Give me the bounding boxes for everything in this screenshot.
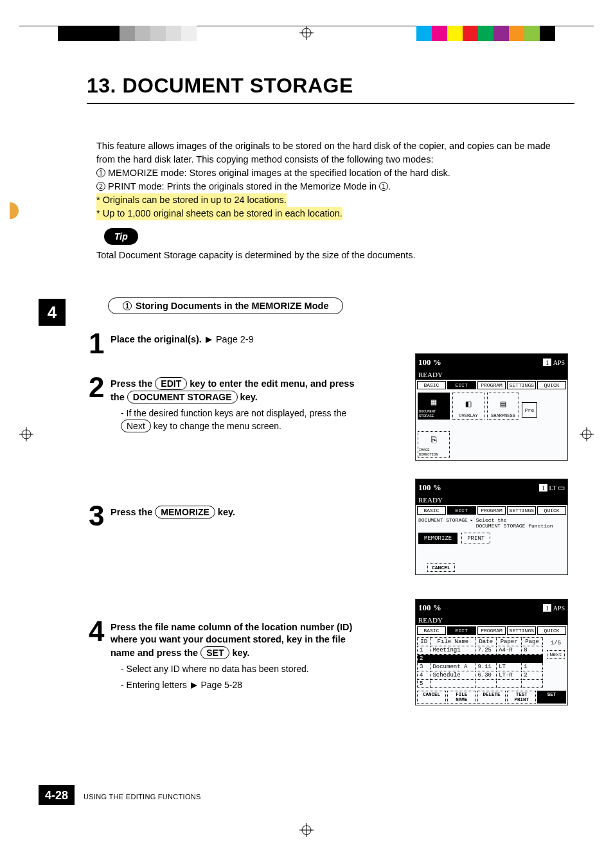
tab-edit[interactable]: EDIT (447, 381, 476, 389)
edit-key: EDIT (155, 377, 187, 390)
pre-button[interactable]: Pre (522, 402, 537, 418)
panel4-ready: READY (416, 616, 567, 625)
icon-document-storage[interactable]: ▦DOCUMENT STORAGE (418, 393, 450, 420)
page-indicator: 1/5 (551, 640, 561, 646)
table-row[interactable]: 1Meeting17.25A4-R8 (418, 646, 543, 655)
print-button[interactable]: PRINT (461, 533, 490, 544)
step-3-num: 3 (89, 503, 111, 529)
intro-mode1: 1 MEMORIZE mode: Stores original images … (96, 166, 559, 180)
next-key: Next (121, 420, 151, 432)
table-row[interactable]: 4Schedule6.30LT-R2 (418, 671, 543, 680)
p4-cancel[interactable]: CANCEL (417, 691, 446, 704)
p4-testprint[interactable]: TEST PRINT (507, 691, 536, 704)
table-row[interactable]: 5 (418, 680, 543, 688)
tip-badge: Tip (104, 228, 138, 245)
panel-step4: 100 % 1 APS READY BASIC EDIT PROGRAM SET… (415, 599, 568, 705)
step-2-num: 2 (89, 375, 111, 400)
panel2-ready: READY (416, 371, 567, 380)
left-register-mark (19, 427, 33, 441)
center-register-mark-bottom (299, 823, 314, 837)
icon-image-direction[interactable]: ⎘IMAGE DIRECTION (418, 431, 450, 458)
cancel-button[interactable]: CANCEL (427, 563, 455, 572)
intro-note1: * Originals can be stored in up to 24 lo… (96, 193, 287, 207)
step-4-sub-a: - Select any ID where no data has been s… (121, 663, 361, 675)
section-header: 1Storing Documents in the MEMORIZE Mode (108, 297, 343, 314)
memorize-button[interactable]: MEMORIZE (418, 533, 458, 544)
chapter-tab: 4 (39, 299, 66, 326)
title-rule (87, 103, 574, 104)
page-title: 13. DOCUMENT STORAGE (87, 74, 574, 98)
memorize-key: MEMORIZE (155, 506, 215, 518)
intro-block: This feature allows images of the origin… (96, 139, 559, 262)
step-1-ref: Page 2-9 (216, 334, 254, 344)
step-4-sub-b: - Entering letters Page 5-28 (121, 679, 361, 691)
p4-delete[interactable]: DELETE (477, 691, 506, 704)
step-1-num: 1 (89, 331, 111, 357)
set-key: SET (200, 646, 229, 659)
side-dot (10, 202, 19, 219)
tab-basic[interactable]: BASIC (417, 381, 446, 389)
tab-quick[interactable]: QUICK (537, 381, 566, 389)
arrow-icon (191, 682, 197, 689)
step-4-num: 4 (89, 619, 111, 644)
panel3-ready: READY (416, 496, 567, 505)
tip-text: Total Document Storage capacity is deter… (96, 249, 559, 262)
footer: 4-28 USING THE EDITING FUNCTIONS (39, 785, 201, 805)
page-number: 4-28 (39, 785, 75, 805)
tab-program[interactable]: PROGRAM (477, 381, 506, 389)
file-table: ID File Name Date Paper Page 1Meeting17.… (417, 637, 543, 688)
p4-set[interactable]: SET (537, 691, 566, 704)
next-page-button[interactable]: Next (547, 650, 564, 659)
footer-section: USING THE EDITING FUNCTIONS (84, 793, 201, 801)
tab-settings[interactable]: SETTINGS (507, 381, 536, 389)
step-2-sub: - If the desired function keys are not d… (121, 407, 361, 432)
step-1-bold: Place the original(s). (111, 334, 202, 344)
panel-step2: 100 % 1 APS READY BASIC EDIT PROGRAM SET… (415, 353, 568, 461)
table-row[interactable]: 2 (418, 655, 543, 663)
center-register-mark (299, 26, 314, 40)
reg-blocks-left (58, 26, 197, 41)
intro-p1: This feature allows images of the origin… (96, 139, 559, 166)
registration-bottom (0, 823, 613, 842)
page-content: 13. DOCUMENT STORAGE This feature allows… (39, 58, 574, 810)
p4-filename[interactable]: FILE NAME (447, 691, 476, 704)
reg-blocks-right (416, 26, 555, 41)
arrow-icon (206, 337, 212, 343)
right-register-mark (580, 427, 594, 441)
panel-step3: 100 % 1 LT ▭ READY BASIC EDIT PROGRAM SE… (415, 479, 568, 575)
panel2-tabs: BASIC EDIT PROGRAM SETTINGS QUICK (416, 380, 567, 391)
table-row[interactable]: 3Document A9.11LT1 (418, 663, 543, 671)
intro-note2: * Up to 1,000 original sheets can be sto… (96, 207, 342, 220)
icon-overlay[interactable]: ◧OVERLAY (452, 393, 484, 420)
registration-top (0, 26, 613, 45)
intro-mode2: 2 PRINT mode: Prints the originals store… (96, 180, 559, 193)
document-storage-key: DOCUMENT STORAGE (127, 391, 238, 403)
icon-sharpness[interactable]: ▤SHARPNESS (487, 393, 519, 420)
